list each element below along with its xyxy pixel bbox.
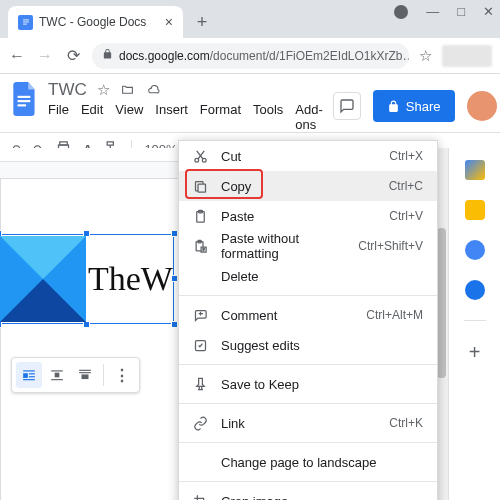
svg-rect-20 <box>82 374 89 379</box>
menu-item-label: Save to Keep <box>221 377 423 392</box>
svg-rect-23 <box>198 184 206 192</box>
menu-item-label: Copy <box>221 179 377 194</box>
lock-icon <box>102 48 113 63</box>
menu-item-label: Paste without formatting <box>221 231 346 261</box>
svg-rect-16 <box>55 373 60 378</box>
menu-bar: File Edit View Insert Format Tools Add-o… <box>48 102 323 132</box>
menu-item-comment[interactable]: CommentCtrl+Alt+M <box>179 300 437 330</box>
menu-item-cut[interactable]: CutCtrl+X <box>179 141 437 171</box>
menu-item-label: Suggest edits <box>221 338 423 353</box>
menu-item-label: Paste <box>221 209 377 224</box>
scroll-thumb[interactable] <box>437 228 446 378</box>
menu-item-link[interactable]: LinkCtrl+K <box>179 408 437 438</box>
svg-rect-4 <box>18 96 31 98</box>
browser-tab-bar: TWC - Google Docs × + — □ ✕ <box>0 0 500 38</box>
url-field[interactable]: docs.google.com/document/d/1FiOEm2EIdLO1… <box>92 43 409 69</box>
svg-rect-18 <box>79 370 91 371</box>
wrap-inline-button[interactable] <box>16 362 42 388</box>
copy-icon <box>191 179 209 194</box>
context-menu: CutCtrl+XCopyCtrl+CPasteCtrl+VPaste with… <box>178 140 438 500</box>
svg-rect-13 <box>29 376 35 377</box>
menu-edit[interactable]: Edit <box>81 102 103 132</box>
browser-tab[interactable]: TWC - Google Docs × <box>8 6 183 38</box>
menu-format[interactable]: Format <box>200 102 241 132</box>
new-tab-button[interactable]: + <box>189 9 215 35</box>
menu-tools[interactable]: Tools <box>253 102 283 132</box>
document-title[interactable]: TWC <box>48 80 87 100</box>
tab-close-icon[interactable]: × <box>165 14 173 30</box>
window-controls: — □ ✕ <box>394 4 494 19</box>
menu-item-label: Delete <box>221 269 423 284</box>
menu-item-label: Comment <box>221 308 354 323</box>
url-path: /document/d/1FiOEm2EIdLO1kXrZb… <box>210 49 409 63</box>
paste-plain-icon <box>191 239 209 254</box>
menu-item-paste[interactable]: PasteCtrl+V <box>179 201 437 231</box>
menu-item-delete[interactable]: Delete <box>179 261 437 291</box>
svg-rect-2 <box>23 22 29 23</box>
link-icon <box>191 416 209 431</box>
image-toolbar: ⋮ <box>11 357 140 393</box>
move-icon[interactable] <box>120 82 135 99</box>
minimize-icon[interactable]: — <box>426 4 439 19</box>
menu-addons[interactable]: Add-ons <box>295 102 322 132</box>
menu-item-copy[interactable]: CopyCtrl+C <box>179 171 437 201</box>
menu-item-paste-without-formatting[interactable]: Paste without formattingCtrl+Shift+V <box>179 231 437 261</box>
menu-insert[interactable]: Insert <box>155 102 188 132</box>
menu-item-label: Cut <box>221 149 377 164</box>
address-bar: ← → ⟳ docs.google.com/document/d/1FiOEm2… <box>0 38 500 74</box>
bookmark-star-icon[interactable]: ☆ <box>419 47 432 65</box>
side-panel: + <box>448 148 500 500</box>
avatar[interactable] <box>467 91 497 121</box>
menu-item-crop-image[interactable]: Crop image <box>179 486 437 500</box>
svg-rect-11 <box>23 373 28 378</box>
share-button[interactable]: Share <box>373 90 455 122</box>
back-icon[interactable]: ← <box>8 47 26 65</box>
selected-image[interactable]: TheW <box>0 235 173 323</box>
svg-rect-14 <box>23 379 35 380</box>
menu-file[interactable]: File <box>48 102 69 132</box>
menu-item-save-to-keep[interactable]: Save to Keep <box>179 369 437 399</box>
image-more-button[interactable]: ⋮ <box>109 362 135 388</box>
image-selection[interactable]: TheW <box>0 234 174 324</box>
menu-shortcut: Ctrl+Alt+M <box>366 308 423 322</box>
menu-shortcut: Ctrl+K <box>389 416 423 430</box>
add-addon-button[interactable]: + <box>469 341 481 364</box>
svg-rect-3 <box>23 24 27 25</box>
menu-item-change-page-to-landscape[interactable]: Change page to landscape <box>179 447 437 477</box>
forward-icon[interactable]: → <box>36 47 54 65</box>
url-host: docs.google.com <box>119 49 210 63</box>
docs-logo-icon[interactable] <box>12 80 38 118</box>
menu-view[interactable]: View <box>115 102 143 132</box>
maximize-icon[interactable]: □ <box>457 4 465 19</box>
menu-shortcut: Ctrl+X <box>389 149 423 163</box>
keep-icon <box>191 377 209 392</box>
suggest-icon <box>191 338 209 353</box>
docs-favicon <box>18 15 33 30</box>
menu-item-label: Crop image <box>221 494 423 501</box>
calendar-addon-icon[interactable] <box>465 160 485 180</box>
reload-icon[interactable]: ⟳ <box>64 46 82 65</box>
image-text: TheW <box>88 260 173 298</box>
svg-rect-15 <box>51 370 63 371</box>
extensions-area <box>442 45 492 67</box>
menu-item-label: Change page to landscape <box>221 455 423 470</box>
svg-rect-17 <box>51 379 63 380</box>
star-document-icon[interactable]: ☆ <box>97 81 110 99</box>
docs-header: TWC ☆ File Edit View Insert Format Tools… <box>0 74 500 132</box>
cloud-status-icon[interactable] <box>145 82 162 99</box>
tab-title: TWC - Google Docs <box>39 15 146 29</box>
wrap-text-button[interactable] <box>44 362 70 388</box>
break-text-button[interactable] <box>72 362 98 388</box>
crop-icon <box>191 494 209 501</box>
svg-rect-5 <box>18 100 31 102</box>
keep-addon-icon[interactable] <box>465 200 485 220</box>
contacts-addon-icon[interactable] <box>465 280 485 300</box>
tasks-addon-icon[interactable] <box>465 240 485 260</box>
paste-icon <box>191 209 209 224</box>
share-label: Share <box>406 99 441 114</box>
account-dot-icon[interactable] <box>394 5 408 19</box>
close-window-icon[interactable]: ✕ <box>483 4 494 19</box>
menu-item-suggest-edits[interactable]: Suggest edits <box>179 330 437 360</box>
comments-button[interactable] <box>333 92 361 120</box>
menu-shortcut: Ctrl+Shift+V <box>358 239 423 253</box>
